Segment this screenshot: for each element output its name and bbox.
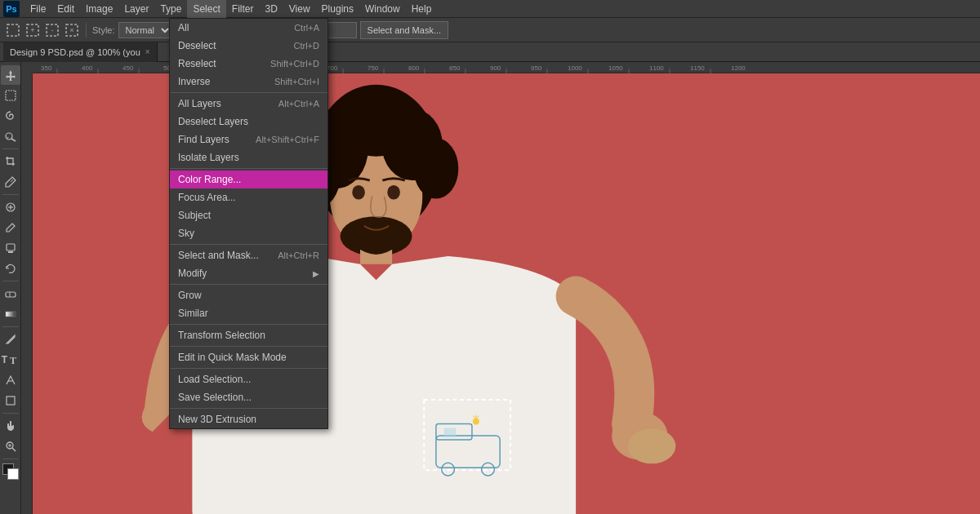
main-area: + T T	[0, 62, 980, 514]
svg-rect-20	[6, 312, 16, 317]
menu-item-all[interactable]: All Ctrl+A	[170, 19, 327, 37]
menu-layer[interactable]: Layer	[118, 0, 154, 18]
add-selection-icon[interactable]: +	[24, 22, 41, 38]
tool-healing[interactable]	[1, 197, 20, 217]
svg-rect-8	[6, 91, 16, 100]
svg-text:800: 800	[408, 64, 420, 72]
menu-item-subject[interactable]: Subject	[170, 206, 327, 224]
svg-line-25	[12, 448, 16, 451]
color-swatches[interactable]	[1, 463, 20, 481]
menu-item-isolate-layers[interactable]: Isolate Layers	[170, 148, 327, 166]
tab-close-icon[interactable]: ×	[145, 47, 150, 56]
tool-text[interactable]: T T	[1, 350, 20, 370]
menu-edit[interactable]: Edit	[51, 0, 80, 18]
menu-item-transform-selection[interactable]: Transform Selection	[170, 326, 327, 344]
menu-item-select-mask[interactable]: Select and Mask... Alt+Ctrl+R	[170, 246, 327, 264]
menu-item-all-label: All	[178, 22, 189, 33]
tool-move[interactable]	[1, 65, 20, 85]
menu-item-focus-area[interactable]: Focus Area...	[170, 188, 327, 206]
menu-item-inverse[interactable]: Inverse Shift+Ctrl+I	[170, 73, 327, 91]
menu-help[interactable]: Help	[406, 0, 438, 18]
svg-rect-16	[7, 244, 15, 250]
menu-item-load-selection[interactable]: Load Selection...	[170, 370, 327, 388]
document-tab[interactable]: Design 9 PSD.psd @ 100% (you ×	[3, 42, 158, 62]
tab-bar: Design 9 PSD.psd @ 100% (you ×	[0, 42, 980, 62]
menu-item-grow-label: Grow	[178, 290, 202, 301]
menu-item-sky[interactable]: Sky	[170, 224, 327, 242]
menu-sep-4	[170, 284, 327, 285]
menu-item-edit-quick-mask[interactable]: Edit in Quick Mask Mode	[170, 348, 327, 366]
menu-image[interactable]: Image	[80, 0, 118, 18]
tool-eraser[interactable]	[1, 284, 20, 304]
menu-view[interactable]: View	[283, 0, 316, 18]
tool-path-select[interactable]	[1, 370, 20, 390]
menu-item-find-layers-shortcut: Alt+Shift+Ctrl+F	[256, 135, 319, 144]
svg-marker-7	[6, 70, 16, 81]
tool-gradient[interactable]	[1, 304, 20, 324]
menu-3d[interactable]: 3D	[259, 0, 283, 18]
svg-point-76	[628, 428, 676, 463]
style-select[interactable]: Normal	[118, 22, 172, 38]
tool-eyedropper[interactable]	[1, 172, 20, 192]
svg-text:1000: 1000	[568, 64, 582, 72]
menu-file[interactable]: File	[24, 0, 51, 18]
menu-item-deselect-shortcut: Ctrl+D	[294, 41, 319, 51]
svg-text:850: 850	[449, 64, 461, 72]
svg-point-78	[387, 185, 400, 200]
new-selection-icon[interactable]	[5, 22, 21, 38]
menu-item-reselect[interactable]: Reselect Shift+Ctrl+D	[170, 55, 327, 73]
menu-item-load-selection-label: Load Selection...	[178, 374, 251, 385]
select-mask-button[interactable]: Select and Mask...	[360, 21, 449, 39]
background-color[interactable]	[7, 468, 19, 480]
menu-item-save-selection[interactable]: Save Selection...	[170, 388, 327, 406]
svg-text:+: +	[30, 26, 34, 34]
menu-window[interactable]: Window	[359, 0, 406, 18]
intersect-selection-icon[interactable]: ×	[64, 22, 80, 38]
menu-item-new-3d-extrusion-label: New 3D Extrusion	[178, 414, 256, 425]
menu-item-reselect-label: Reselect	[178, 58, 216, 69]
menu-item-new-3d-extrusion[interactable]: New 3D Extrusion	[170, 410, 327, 428]
tool-separator-6	[2, 459, 19, 459]
subtract-selection-icon[interactable]: -	[44, 22, 60, 38]
menu-item-modify[interactable]: Modify ▶	[170, 264, 327, 282]
tool-zoom[interactable]	[1, 436, 20, 456]
tool-history[interactable]	[1, 259, 20, 278]
menu-filter[interactable]: Filter	[226, 0, 260, 18]
tool-lasso[interactable]	[1, 106, 20, 126]
tool-crop[interactable]	[1, 152, 20, 171]
menu-item-grow[interactable]: Grow	[170, 286, 327, 304]
menu-sep-8	[170, 408, 327, 409]
menu-item-color-range-label: Color Range...	[178, 174, 241, 185]
tool-stamp[interactable]	[1, 238, 20, 258]
left-toolbar: + T T	[0, 62, 21, 514]
tool-separator-2	[2, 194, 19, 195]
tool-brush[interactable]	[1, 218, 20, 237]
tool-shape[interactable]	[1, 391, 20, 410]
tool-marquee[interactable]	[1, 86, 20, 105]
menu-item-deselect[interactable]: Deselect Ctrl+D	[170, 37, 327, 55]
svg-point-71	[414, 138, 459, 198]
style-label: Style:	[92, 25, 115, 35]
menu-item-find-layers[interactable]: Find Layers Alt+Shift+Ctrl+F	[170, 131, 327, 148]
tool-separator-1	[2, 148, 19, 149]
menu-select[interactable]: Select	[187, 0, 225, 18]
menu-item-select-mask-shortcut: Alt+Ctrl+R	[278, 250, 319, 260]
menu-item-similar[interactable]: Similar	[170, 304, 327, 322]
menu-item-sky-label: Sky	[178, 228, 194, 239]
svg-rect-23	[7, 397, 15, 405]
svg-rect-17	[8, 251, 13, 253]
menu-plugins[interactable]: Plugins	[316, 0, 359, 18]
menu-item-deselect-label: Deselect	[178, 40, 216, 51]
menu-item-color-range[interactable]: Color Range...	[170, 171, 327, 188]
menu-item-transform-selection-label: Transform Selection	[178, 330, 265, 341]
svg-rect-0	[7, 24, 19, 36]
menu-item-all-layers[interactable]: All Layers Alt+Ctrl+A	[170, 95, 327, 113]
menu-item-inverse-label: Inverse	[178, 76, 210, 87]
options-bar: + - × Style: Normal Width: Height: Selec…	[0, 18, 980, 42]
menu-type[interactable]: Type	[154, 0, 187, 18]
tool-pen[interactable]	[1, 330, 20, 349]
menu-sep-1	[170, 92, 327, 93]
tool-hand[interactable]	[1, 416, 20, 436]
tool-quick-select[interactable]: +	[1, 126, 20, 146]
menu-item-deselect-layers[interactable]: Deselect Layers	[170, 113, 327, 131]
